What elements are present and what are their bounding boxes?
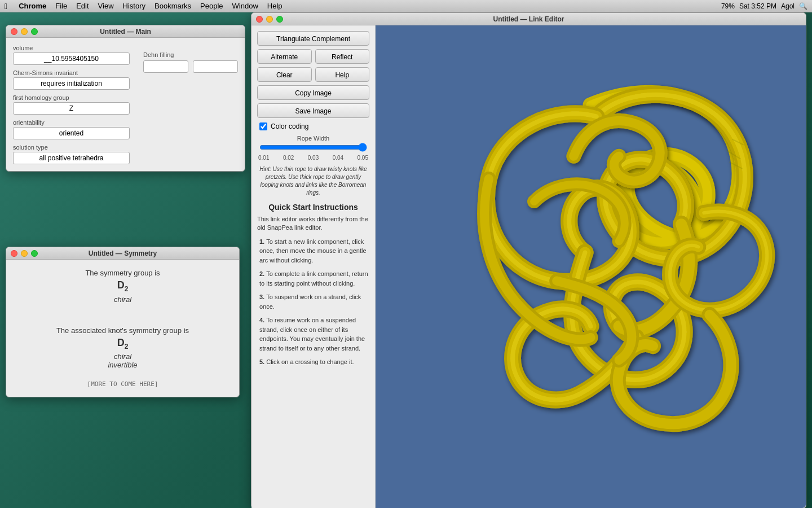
- homology-value: Z: [13, 102, 130, 115]
- window-main-titlebar: Untitled — Main: [6, 25, 245, 38]
- assoc-group-name: D2: [15, 337, 230, 351]
- tick-2: 0.02: [283, 155, 294, 161]
- window-main: Untitled — Main volume __10.5958405150 C…: [6, 25, 245, 172]
- assoc-group-sub: 2: [125, 342, 129, 350]
- solution-value: all positive tetrahedra: [13, 152, 130, 164]
- sym-group-text: The symmetry group is: [15, 269, 230, 277]
- window-link-editor: Untitled — Link Editor Triangulate Compl…: [251, 12, 806, 508]
- window-link-editor-titlebar: Untitled — Link Editor: [251, 13, 806, 25]
- sym-minimize-button[interactable]: [21, 250, 28, 257]
- window-symmetry: Untitled — Symmetry The symmetry group i…: [6, 247, 240, 397]
- dehn-section: Dehn filling: [143, 51, 238, 164]
- link-editor-controls: [256, 16, 283, 23]
- tick-4: 0.04: [333, 155, 343, 161]
- username: Agol: [781, 2, 795, 10]
- menu-window[interactable]: Window: [232, 2, 258, 10]
- menu-file[interactable]: File: [55, 2, 67, 10]
- knot-svg: [376, 25, 806, 508]
- link-editor-body: Triangulate Complement Alternate Reflect…: [251, 25, 806, 508]
- orientability-value: oriented: [13, 127, 130, 139]
- save-image-button[interactable]: Save Image: [257, 103, 369, 118]
- menu-chrome[interactable]: Chrome: [19, 2, 46, 10]
- instruction-5: 5. Click on a crossing to change it.: [257, 357, 369, 367]
- instruction-4: 4. To resume work on a suspended strand,…: [257, 316, 369, 353]
- alternate-reflect-row: Alternate Reflect: [257, 49, 369, 64]
- le-minimize-button[interactable]: [266, 16, 273, 23]
- chern-value: requires initialization: [13, 77, 130, 90]
- dehn-inputs: [143, 60, 238, 73]
- link-editor-sidebar: Triangulate Complement Alternate Reflect…: [251, 25, 376, 508]
- sym-maximize-button[interactable]: [31, 250, 38, 257]
- maximize-button[interactable]: [31, 28, 38, 35]
- menu-people[interactable]: People: [200, 2, 223, 10]
- instruction-1: 1. To start a new link component, click …: [257, 237, 369, 265]
- slider-ticks: 0.01 0.02 0.03 0.04 0.05: [257, 155, 369, 161]
- window-main-content: volume __10.5958405150 Chern-Simons inva…: [6, 38, 245, 171]
- color-coding-row: Color coding: [257, 122, 369, 130]
- tick-3: 0.03: [308, 155, 319, 161]
- window-link-editor-title: Untitled — Link Editor: [493, 15, 564, 23]
- le-maximize-button[interactable]: [276, 16, 283, 23]
- menu-help[interactable]: Help: [267, 2, 283, 10]
- menu-history[interactable]: History: [123, 2, 145, 10]
- menubar-right: 79% Sat 3:52 PM Agol 🔍: [721, 2, 807, 10]
- instruction-2: 2. To complete a link component, return …: [257, 269, 369, 288]
- menubar:  Chrome File Edit View History Bookmark…: [0, 0, 812, 12]
- volume-label: volume: [13, 45, 130, 51]
- rope-width-slider-container: [257, 143, 369, 154]
- menu-edit[interactable]: Edit: [76, 2, 89, 10]
- window-controls: [11, 28, 38, 35]
- sym-group-name: D2: [15, 279, 230, 293]
- knot-body: [484, 95, 767, 424]
- hint-body: Use thin rope to draw twisty knots like …: [261, 166, 367, 196]
- reflect-button[interactable]: Reflect: [315, 49, 370, 64]
- tick-5: 0.05: [358, 155, 368, 161]
- minimize-button[interactable]: [21, 28, 28, 35]
- orientability-label: orientability: [13, 119, 130, 126]
- link-canvas[interactable]: [376, 25, 806, 508]
- window-main-title: Untitled — Main: [100, 28, 151, 36]
- dehn-input-1[interactable]: [143, 60, 188, 73]
- assoc-group-text: The associated knot's symmetry group is: [15, 326, 230, 335]
- sym-close-button[interactable]: [11, 250, 17, 257]
- hint-text: Hint: Use thin rope to draw twisty knots…: [257, 165, 369, 197]
- dehn-label: Dehn filling: [143, 51, 238, 58]
- window-symmetry-titlebar: Untitled — Symmetry: [6, 247, 239, 260]
- sym-chiral: chiral: [15, 295, 230, 304]
- more-placeholder: [MORE TO COME HERE]: [15, 380, 230, 388]
- rope-width-slider[interactable]: [259, 143, 367, 152]
- menu-view[interactable]: View: [98, 2, 114, 10]
- assoc-chiral: chiral: [15, 352, 230, 361]
- quick-start-list: 1. To start a new link component, click …: [257, 237, 369, 367]
- le-close-button[interactable]: [256, 16, 263, 23]
- assoc-invertible: invertible: [15, 361, 230, 369]
- datetime: Sat 3:52 PM: [739, 2, 776, 10]
- menu-bookmarks[interactable]: Bookmarks: [155, 2, 191, 10]
- alternate-button[interactable]: Alternate: [257, 49, 312, 64]
- quick-start-intro: This link editor works differently from …: [257, 215, 369, 233]
- chern-label: Chern-Simons invariant: [13, 69, 130, 76]
- symmetry-content: The symmetry group is D2 chiral The asso…: [6, 260, 239, 397]
- copy-image-button[interactable]: Copy Image: [257, 85, 369, 100]
- apple-menu[interactable]: : [5, 2, 7, 11]
- tick-1: 0.01: [258, 155, 269, 161]
- triangulate-button[interactable]: Triangulate Complement: [257, 31, 369, 46]
- help-button[interactable]: Help: [315, 67, 370, 82]
- clear-help-row: Clear Help: [257, 67, 369, 82]
- search-icon[interactable]: 🔍: [799, 2, 807, 10]
- color-coding-label: Color coding: [271, 122, 308, 130]
- dehn-input-2[interactable]: [193, 60, 238, 73]
- instruction-3: 3. To suspend work on a strand, click on…: [257, 292, 369, 311]
- volume-value: __10.5958405150: [13, 52, 130, 65]
- rope-width-label: Rope Width: [257, 135, 369, 142]
- battery-status: 79%: [721, 2, 735, 10]
- quick-start-title: Quick Start Instructions: [257, 203, 369, 212]
- window-symmetry-title: Untitled — Symmetry: [89, 249, 157, 257]
- color-coding-checkbox[interactable]: [259, 122, 267, 130]
- hint-label: Hint:: [259, 166, 271, 172]
- close-button[interactable]: [11, 28, 17, 35]
- sym-group-sub: 2: [125, 285, 129, 293]
- homology-label: first homology group: [13, 94, 130, 101]
- window-symmetry-controls: [11, 250, 38, 257]
- clear-button[interactable]: Clear: [257, 67, 312, 82]
